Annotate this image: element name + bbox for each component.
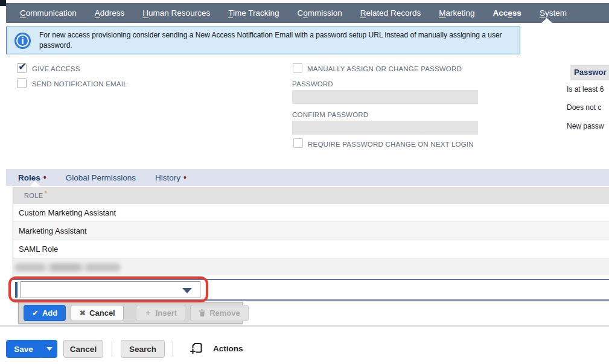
require-password-change-label: REQUIRE PASSWORD CHANGE ON NEXT LOGIN bbox=[308, 141, 474, 148]
criteria-item: Does not c bbox=[567, 103, 601, 112]
add-button[interactable]: ✔ Add bbox=[24, 305, 66, 321]
send-notification-checkbox[interactable] bbox=[17, 78, 27, 88]
active-tab-notch bbox=[541, 18, 552, 23]
table-row[interactable]: SAML Role bbox=[13, 240, 609, 258]
role-column-header: ROLE* bbox=[13, 187, 609, 204]
role-edit-row bbox=[13, 279, 609, 301]
tab-system[interactable]: System bbox=[531, 8, 576, 18]
tab-address[interactable]: Address bbox=[86, 8, 134, 18]
plus-icon: ＋ bbox=[144, 307, 152, 318]
table-row-redacted[interactable] bbox=[13, 258, 609, 275]
table-row[interactable]: Marketing Assistant bbox=[13, 222, 609, 240]
subtab-history[interactable]: History• bbox=[155, 173, 187, 182]
save-menu-button[interactable] bbox=[41, 340, 57, 358]
tab-access[interactable]: Access bbox=[484, 8, 531, 18]
active-subtab-notch bbox=[30, 181, 40, 186]
footer-separator bbox=[112, 341, 112, 357]
tab-related-records[interactable]: Related Records bbox=[351, 8, 430, 18]
inline-edit-toolbar: ✔ Add ✖ Cancel ＋ Insert Remove bbox=[18, 302, 243, 324]
actions-label: Actions bbox=[213, 344, 243, 353]
tab-commission[interactable]: Commission bbox=[288, 8, 351, 18]
cancel-line-button[interactable]: ✖ Cancel bbox=[71, 305, 124, 321]
password-label: PASSWORD bbox=[292, 80, 333, 88]
info-banner-text: For new access provisioning consider sen… bbox=[39, 30, 512, 51]
subtabs: Roles•Global PermissionsHistory• bbox=[6, 169, 609, 186]
confirm-password-label: CONFIRM PASSWORD bbox=[292, 111, 368, 118]
require-password-change-checkbox[interactable] bbox=[293, 138, 303, 148]
role-dropdown[interactable] bbox=[21, 281, 200, 298]
subtab-global-permissions[interactable]: Global Permissions bbox=[66, 173, 136, 182]
confirm-password-field[interactable] bbox=[292, 121, 478, 135]
footer-separator bbox=[173, 341, 173, 357]
manual-password-label: MANUALLY ASSIGN OR CHANGE PASSWORD bbox=[307, 65, 462, 72]
search-button[interactable]: Search bbox=[121, 340, 165, 358]
chevron-down-icon bbox=[182, 288, 192, 293]
tab-time-tracking[interactable]: Time Tracking bbox=[219, 8, 288, 18]
password-criteria-title: Passwor bbox=[570, 65, 609, 80]
chevron-down-icon bbox=[46, 347, 53, 351]
give-access-checkbox[interactable] bbox=[17, 63, 27, 73]
give-access-label: GIVE ACCESS bbox=[32, 65, 80, 72]
edit-row-indicator bbox=[15, 282, 18, 298]
required-asterisk: * bbox=[45, 190, 48, 198]
remove-button[interactable]: Remove bbox=[190, 305, 249, 321]
footer-divider bbox=[0, 325, 609, 327]
tab-marketing[interactable]: Marketing bbox=[430, 8, 483, 18]
save-button[interactable]: Save bbox=[6, 340, 41, 358]
cancel-button[interactable]: Cancel bbox=[63, 340, 103, 358]
tab-communication[interactable]: Communication bbox=[11, 8, 86, 18]
table-row[interactable]: Custom Marketing Assistant bbox=[13, 204, 609, 222]
subtab-content-dot: • bbox=[183, 173, 187, 182]
send-notification-label: SEND NOTIFICATION EMAIL bbox=[32, 80, 127, 88]
criteria-item: Is at least 6 bbox=[567, 85, 604, 94]
tab-human-resources[interactable]: Human Resources bbox=[133, 8, 219, 18]
password-field[interactable] bbox=[292, 90, 478, 104]
checkmark-icon: ✔ bbox=[32, 308, 39, 318]
info-banner: i For new access provisioning consider s… bbox=[6, 27, 520, 54]
trash-icon bbox=[199, 308, 206, 317]
subtab-content-dot: • bbox=[43, 173, 46, 182]
actions-menu[interactable]: Actions bbox=[190, 341, 243, 356]
actions-plus-page-icon bbox=[190, 341, 203, 356]
criteria-item: New passw bbox=[567, 122, 604, 130]
redacted-text-blur bbox=[14, 263, 121, 272]
insert-button[interactable]: ＋ Insert bbox=[136, 305, 185, 321]
record-tabs: CommunicationAddressHuman ResourcesTime … bbox=[6, 3, 609, 23]
info-icon: i bbox=[14, 33, 31, 49]
x-icon: ✖ bbox=[79, 308, 86, 318]
manual-password-checkbox[interactable] bbox=[293, 63, 302, 73]
top-left-corner-artifact bbox=[0, 0, 6, 6]
